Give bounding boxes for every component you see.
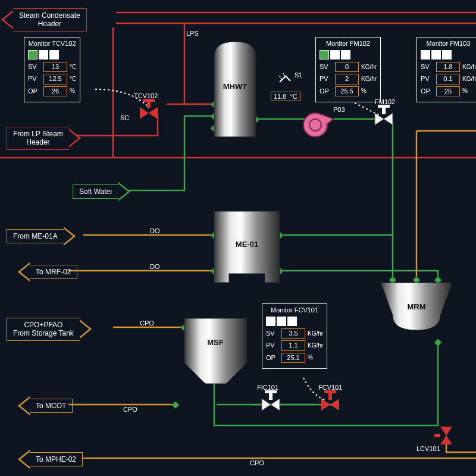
status-indicator [421, 50, 430, 60]
soft-water-arrow: Soft Water [73, 182, 130, 201]
svg-marker-32 [440, 436, 452, 444]
tag-lps: LPS [186, 30, 199, 37]
tag-sc: SC [120, 114, 129, 121]
mrf02-arrow: To MRF-02 [18, 262, 77, 281]
svg-marker-19 [375, 113, 384, 125]
tag-fcv101: FCV101 [318, 384, 342, 391]
tag-p03: P03 [333, 106, 345, 113]
msf-label: MSF [207, 338, 224, 347]
steam-condensate-arrow: Steam Condensate Header [1, 8, 87, 32]
mhwt-label: MHWT [223, 82, 247, 91]
status-indicator [266, 317, 275, 326]
svg-rect-4 [211, 231, 218, 239]
monitor-title: Monitor FCV101 [266, 306, 323, 314]
svg-marker-20 [384, 113, 393, 125]
tag-tcv102: TCV102 [134, 92, 158, 99]
tag-cpo: CPO [250, 459, 264, 466]
svg-rect-10 [181, 324, 189, 331]
tag-lcv101: LCV101 [416, 445, 440, 452]
svg-rect-25 [269, 393, 273, 400]
monitor-tcv102[interactable]: Monitor TCV102 SV13°C PV12.5°C OP26% [24, 37, 80, 102]
svg-rect-1 [211, 101, 218, 108]
svg-rect-9 [172, 401, 180, 409]
svg-point-35 [309, 119, 321, 131]
mphe02-arrow: To MPHE-02 [18, 450, 83, 469]
svg-marker-31 [440, 427, 452, 436]
svg-rect-12 [413, 276, 421, 284]
monitor-fcv101[interactable]: Monitor FCV101 SV3.5KG/hr PV1.1KG/hr OP2… [262, 303, 327, 369]
me01a-arrow: From ME-01A [7, 227, 76, 246]
lp-steam-arrow: From LP Steam Header [7, 127, 81, 150]
svg-rect-29 [328, 393, 332, 400]
status-indicator [442, 50, 452, 60]
tag-s1: S1 [295, 71, 302, 79]
status-indicator [49, 50, 59, 60]
cpo-pfao-arrow: CPO+PFAO From Storage Tank [7, 318, 92, 341]
svg-rect-7 [211, 267, 218, 275]
svg-rect-13 [434, 276, 442, 284]
tag-cpo: CPO [140, 320, 154, 327]
svg-rect-2 [211, 124, 218, 132]
status-indicator [320, 50, 329, 60]
svg-marker-24 [271, 399, 280, 411]
svg-rect-17 [147, 101, 151, 108]
svg-rect-5 [276, 231, 284, 239]
monitor-title: Monitor TCV102 [28, 40, 76, 48]
svg-marker-15 [140, 107, 149, 119]
svg-rect-6 [276, 267, 284, 275]
svg-rect-21 [382, 107, 386, 114]
tag-cpo: CPO [123, 406, 137, 413]
status-indicator [277, 317, 286, 326]
svg-rect-3 [252, 115, 260, 123]
monitor-title: Monitor FM102 [320, 40, 377, 48]
s1-temp: 11.8 °C [271, 92, 300, 101]
mrm-label: MRM [407, 302, 425, 311]
status-indicator [341, 50, 350, 60]
svg-marker-27 [321, 399, 330, 411]
svg-rect-8 [211, 371, 218, 379]
status-indicator [28, 50, 37, 60]
mcot-arrow: To MCOT [18, 396, 73, 415]
svg-rect-11 [389, 276, 397, 284]
monitor-fm102[interactable]: Monitor FM102 SV0KG/hr PV2KG/hr OP25.5% [315, 37, 381, 102]
status-indicator [287, 317, 297, 326]
svg-rect-33 [434, 434, 440, 437]
status-indicator [431, 50, 441, 60]
status-indicator [330, 50, 340, 60]
tag-do: DO [150, 227, 160, 234]
tag-fic101: FIC101 [257, 384, 278, 391]
monitor-title: Monitor FM103 [421, 40, 476, 48]
status-indicator [39, 50, 48, 60]
svg-marker-28 [330, 399, 339, 411]
monitor-fm103[interactable]: Monitor FM103 SV1.8KG/h PV0.1KG/h OP25% [416, 37, 476, 102]
svg-rect-14 [434, 339, 442, 346]
svg-marker-16 [149, 107, 158, 119]
svg-rect-0 [211, 112, 218, 120]
tag-fm102: FM102 [375, 98, 395, 105]
svg-marker-23 [262, 399, 271, 411]
tag-do: DO [150, 263, 160, 270]
me01-label: ME-01 [236, 240, 258, 249]
svg-point-34 [303, 113, 327, 137]
